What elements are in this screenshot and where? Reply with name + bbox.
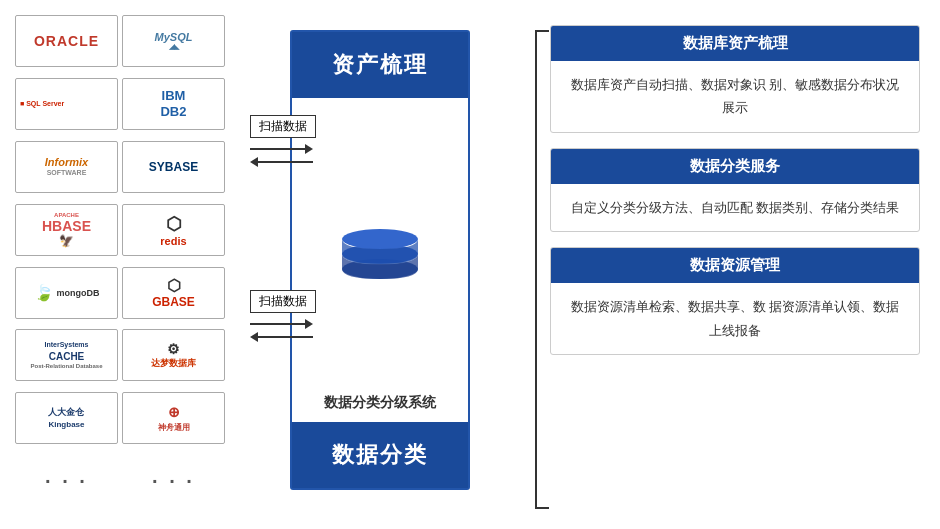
logo-gbase: ⬡ GBASE: [122, 267, 225, 319]
right-card-2-header: 数据分类服务: [551, 149, 919, 184]
logo-dameng: ⚙ 达梦数据库: [122, 329, 225, 381]
center-icon-area: [335, 98, 425, 389]
arrows-bottom-group: 扫描数据: [250, 290, 316, 342]
logo-sqlserver: ■ SQL Server: [15, 78, 118, 130]
right-card-1-body: 数据库资产自动扫描、数据对象识 别、敏感数据分布状况展示: [551, 61, 919, 132]
arrow-left-2: [250, 332, 316, 342]
scan-label-bottom: 扫描数据: [250, 290, 316, 313]
logo-kingbase: 人大金仓 Kingbase: [15, 392, 118, 444]
center-bottom-label: 数据分类: [292, 422, 468, 488]
right-card-2: 数据分类服务 自定义分类分级方法、自动匹配 数据类别、存储分类结果: [550, 148, 920, 232]
right-card-1-header: 数据库资产梳理: [551, 26, 919, 61]
arrow-right-1: [250, 144, 316, 154]
logo-redis: ⬡ redis: [122, 204, 225, 256]
svg-point-2: [342, 229, 418, 249]
logo-oracle: ORACLE: [15, 15, 118, 67]
arrows-top-group: 扫描数据: [250, 115, 316, 167]
logo-cache: InterSystems CACHE Post-Relational Datab…: [15, 329, 118, 381]
center-system-box: 资产梳理 数据分类分级系统 数据分类: [290, 30, 470, 490]
logo-mysql: MySQL ◢◣: [122, 15, 225, 67]
center-top-label: 资产梳理: [292, 32, 468, 98]
right-card-3-header: 数据资源管理: [551, 248, 919, 283]
scan-label-top: 扫描数据: [250, 115, 316, 138]
logo-ibmdb2: IBM DB2: [122, 78, 225, 130]
arrow-right-2: [250, 319, 316, 329]
logo-informix: Informix SOFTWARE: [15, 141, 118, 193]
logo-mongodb: 🍃 mongoDB: [15, 267, 118, 319]
left-logos-panel: ORACLE MySQL ◢◣ ■ SQL Server IBM DB2 Inf…: [10, 10, 230, 519]
arrow-left-1: [250, 157, 316, 167]
right-section: 数据库资产梳理 数据库资产自动扫描、数据对象识 别、敏感数据分布状况展示 数据分…: [530, 10, 930, 519]
middle-section: 资产梳理 数据分类分级系统 数据分类: [230, 10, 530, 519]
right-card-3-body: 数据资源清单检索、数据共享、数 据资源清单认领、数据上线报备: [551, 283, 919, 354]
right-card-3: 数据资源管理 数据资源清单检索、数据共享、数 据资源清单认领、数据上线报备: [550, 247, 920, 355]
logo-dots-1: · · ·: [15, 455, 118, 507]
logo-sybase: SYBASE: [122, 141, 225, 193]
logo-shentong: ⊕ 神舟通用: [122, 392, 225, 444]
right-card-2-body: 自定义分类分级方法、自动匹配 数据类别、存储分类结果: [551, 184, 919, 231]
bracket-connector: [535, 30, 549, 509]
right-card-1: 数据库资产梳理 数据库资产自动扫描、数据对象识 别、敏感数据分布状况展示: [550, 25, 920, 133]
layers-icon: [335, 204, 425, 284]
center-system-label: 数据分类分级系统: [324, 389, 436, 422]
main-container: ORACLE MySQL ◢◣ ■ SQL Server IBM DB2 Inf…: [0, 0, 940, 529]
logo-dots-2: · · ·: [122, 455, 225, 507]
logo-hbase: APACHE HBASE 🦅: [15, 204, 118, 256]
